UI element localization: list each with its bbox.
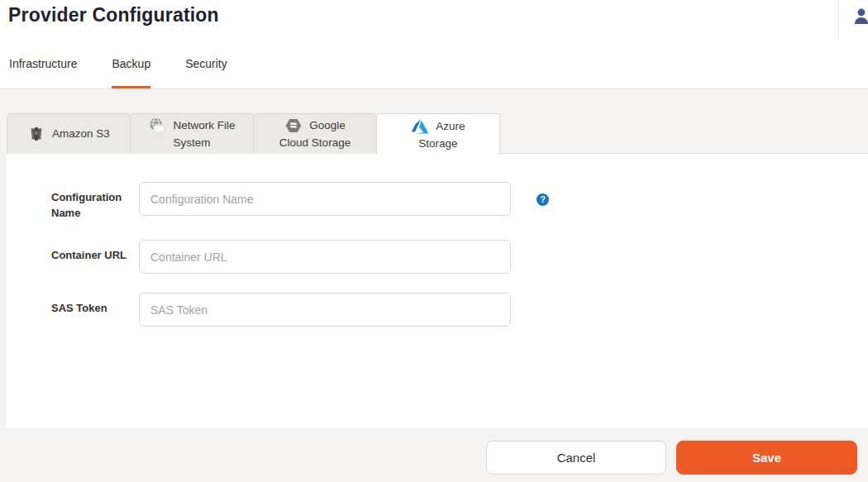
container-url-input[interactable] bbox=[139, 240, 511, 274]
provider-tabs-area: Amazon S3 Network File bbox=[7, 113, 868, 428]
nav-tab-backup[interactable]: Backup bbox=[112, 57, 150, 88]
azure-storage-icon bbox=[411, 117, 429, 136]
provider-tab-label-line1: Google bbox=[309, 117, 346, 134]
provider-tab-label-line2: Cloud Storage bbox=[279, 135, 351, 151]
nav-tab-security[interactable]: Security bbox=[185, 57, 227, 88]
provider-tab-google-cloud-storage[interactable]: Google Cloud Storage bbox=[253, 113, 377, 154]
save-button[interactable]: Save bbox=[676, 441, 857, 475]
form-row-configuration-name: Configuration Name ? bbox=[51, 182, 868, 221]
page-title: Provider Configuration bbox=[8, 4, 219, 26]
configuration-name-input[interactable] bbox=[139, 182, 511, 216]
form-row-container-url: Container URL bbox=[51, 240, 868, 274]
sas-token-input[interactable] bbox=[139, 293, 511, 327]
provider-tab-label-line1: Amazon S3 bbox=[52, 126, 110, 142]
provider-tab-label-line1: Network File bbox=[173, 117, 235, 134]
provider-tab-label-line2: Storage bbox=[418, 136, 457, 152]
provider-tab-label-line2: System bbox=[173, 135, 210, 151]
nav-tab-infrastructure[interactable]: Infrastructure bbox=[9, 57, 77, 88]
azure-storage-form-panel: Configuration Name ? Container URL SAS T… bbox=[7, 154, 868, 428]
form-row-sas-token: SAS Token bbox=[51, 293, 868, 327]
header: Provider Configuration Infrastructure Ba… bbox=[0, 0, 868, 89]
configuration-name-label: Configuration Name bbox=[51, 182, 139, 221]
provider-tab-azure-storage[interactable]: Azure Storage bbox=[376, 113, 500, 155]
help-icon[interactable]: ? bbox=[537, 193, 549, 206]
google-cloud-storage-icon bbox=[284, 117, 303, 135]
provider-tab-network-file-system[interactable]: Network File System bbox=[130, 113, 254, 154]
sas-token-label: SAS Token bbox=[51, 293, 139, 316]
provider-tab-amazon-s3[interactable]: Amazon S3 bbox=[7, 113, 131, 154]
header-divider bbox=[838, 0, 839, 40]
cancel-button[interactable]: Cancel bbox=[486, 441, 666, 475]
section-nav: Infrastructure Backup Security bbox=[9, 57, 262, 88]
provider-tab-row: Amazon S3 Network File bbox=[7, 113, 868, 154]
amazon-s3-icon bbox=[27, 125, 45, 143]
user-icon[interactable] bbox=[852, 7, 868, 26]
network-file-system-icon bbox=[148, 117, 166, 135]
provider-tab-label-line1: Azure bbox=[436, 118, 465, 135]
container-url-label: Container URL bbox=[51, 240, 139, 263]
footer-action-bar: Cancel Save bbox=[0, 428, 868, 482]
provider-configuration-page: Provider Configuration Infrastructure Ba… bbox=[0, 0, 868, 482]
